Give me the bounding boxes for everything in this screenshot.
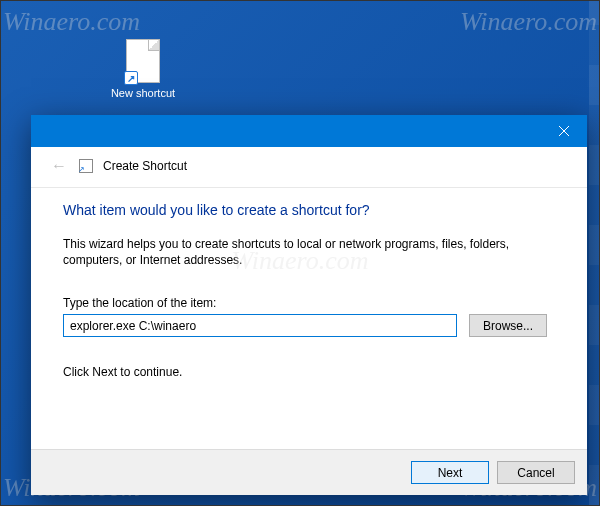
location-input[interactable] [63, 314, 457, 337]
location-label: Type the location of the item: [63, 296, 555, 310]
shortcut-wizard-icon [79, 159, 93, 173]
shortcut-file-icon: ↗ [126, 39, 160, 83]
shortcut-overlay-icon: ↗ [124, 71, 138, 85]
titlebar[interactable] [31, 115, 587, 147]
desktop-shortcut-label: New shortcut [103, 87, 183, 99]
taskbar-edge [589, 1, 599, 505]
cancel-button[interactable]: Cancel [497, 461, 575, 484]
close-button[interactable] [541, 115, 587, 147]
watermark: Winaero.com [3, 7, 140, 37]
window-title: Create Shortcut [103, 159, 187, 173]
close-icon [559, 126, 569, 136]
page-description: This wizard helps you to create shortcut… [63, 236, 555, 268]
create-shortcut-wizard: ← Create Shortcut What item would you li… [31, 115, 587, 495]
page-heading: What item would you like to create a sho… [63, 202, 555, 218]
watermark: Winaero.com [460, 7, 597, 37]
wizard-footer: Next Cancel [31, 449, 587, 495]
browse-button[interactable]: Browse... [469, 314, 547, 337]
wizard-content: What item would you like to create a sho… [31, 188, 587, 449]
next-button[interactable]: Next [411, 461, 489, 484]
wizard-header: ← Create Shortcut [31, 147, 587, 188]
continue-hint: Click Next to continue. [63, 365, 555, 379]
back-arrow-icon: ← [49, 157, 69, 175]
desktop-shortcut-icon[interactable]: ↗ New shortcut [103, 39, 183, 99]
